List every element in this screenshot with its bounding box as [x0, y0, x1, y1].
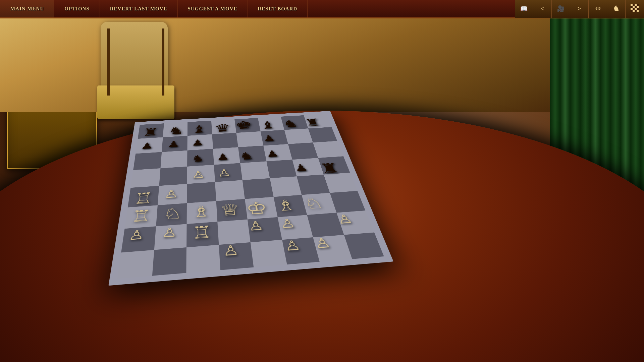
chess-cell[interactable] — [130, 168, 160, 188]
svg-rect-1 — [633, 4, 635, 6]
white-pawn-d5[interactable]: ♙ — [192, 169, 205, 181]
board-grid — [117, 114, 384, 279]
white-queen-d1[interactable]: ♕ — [219, 200, 241, 220]
white-bishop-c1[interactable]: ♗ — [192, 202, 211, 221]
chess-cell[interactable] — [330, 191, 366, 213]
svg-rect-14 — [635, 10, 637, 12]
svg-rect-2 — [635, 4, 637, 6]
chess-cell[interactable] — [215, 180, 245, 201]
chess-cell[interactable] — [266, 160, 297, 178]
black-king-e8[interactable]: ♚ — [234, 118, 253, 132]
camera-button[interactable]: 🎥 — [552, 0, 570, 18]
svg-rect-4 — [631, 6, 633, 8]
prev-button[interactable]: < — [533, 0, 552, 18]
chess-cell[interactable] — [187, 182, 216, 203]
main-menu-button[interactable]: Main Menu — [0, 0, 54, 17]
black-queen-d8[interactable]: ♛ — [214, 122, 231, 135]
svg-rect-13 — [633, 10, 635, 12]
white-pawn-f2[interactable]: ♙ — [248, 218, 264, 234]
chess-cell[interactable] — [159, 167, 187, 186]
book-button[interactable]: 📖 — [515, 0, 533, 18]
white-pawn-g2[interactable]: ♙ — [279, 216, 297, 231]
white-pawn-b2[interactable]: ♙ — [161, 225, 177, 241]
chess-cell[interactable] — [270, 176, 302, 197]
knight-button[interactable]: ♞ — [607, 0, 626, 18]
chess-cell[interactable] — [217, 220, 251, 245]
options-button[interactable]: Options — [54, 0, 100, 17]
svg-rect-7 — [637, 6, 639, 8]
black-pawn-g7[interactable]: ♟ — [262, 133, 276, 143]
white-rook-c2[interactable]: ♖ — [192, 222, 212, 243]
white-rook-a1[interactable]: ♖ — [130, 206, 152, 226]
chess-board[interactable]: ♜ ♞ ♝ ♛ ♚ ♝ ♞ ♜ ♟ ♟ ♟ ♞ ♟ ♞ ♟ ♟ ♟ ♜ ♖ ♘ … — [108, 111, 393, 286]
svg-rect-10 — [635, 8, 637, 10]
chess-cell[interactable] — [186, 245, 220, 273]
black-knight-f4[interactable]: ♞ — [238, 150, 255, 162]
white-king-e1[interactable]: ♔ — [245, 198, 269, 219]
white-pawn-e4[interactable]: ♙ — [217, 167, 231, 179]
reset-board-button[interactable]: Reset Board — [248, 0, 308, 17]
white-rook-a3[interactable]: ♖ — [132, 189, 154, 208]
chess-cell[interactable] — [308, 127, 337, 142]
room-ceiling — [0, 18, 644, 112]
white-pawn-a2[interactable]: ♙ — [127, 227, 145, 243]
toolbar-right-icons: 📖 < 🎥 > 3D ♞ — [515, 0, 644, 17]
chess-cell[interactable] — [240, 161, 270, 180]
svg-rect-8 — [631, 8, 633, 10]
chess-cell[interactable] — [117, 250, 154, 279]
chess-cell[interactable] — [236, 131, 263, 147]
board-pattern-button[interactable] — [626, 0, 644, 18]
svg-rect-11 — [637, 8, 639, 10]
svg-rect-12 — [631, 10, 633, 12]
black-pawn-g5[interactable]: ♟ — [265, 148, 279, 160]
board-icon — [631, 4, 639, 14]
revert-last-move-button[interactable]: Revert Last Move — [100, 0, 178, 17]
white-pawn-c4[interactable]: ♙ — [164, 187, 178, 201]
chess-cell[interactable] — [133, 152, 162, 170]
black-pawn-b7[interactable]: ♟ — [167, 139, 180, 149]
knight-icon: ♞ — [613, 4, 620, 13]
black-bishop-c8[interactable]: ♝ — [191, 123, 207, 135]
book-icon: 📖 — [520, 5, 528, 12]
svg-rect-6 — [635, 6, 637, 8]
furniture-left — [97, 18, 174, 136]
svg-rect-9 — [633, 8, 635, 10]
chess-cell[interactable] — [251, 240, 287, 267]
chess-cell[interactable] — [152, 247, 186, 276]
chess-cell[interactable] — [160, 150, 187, 168]
black-knight-b8[interactable]: ♞ — [168, 124, 184, 137]
black-pawn-e5[interactable]: ♟ — [216, 152, 229, 163]
white-pawn-e1-extra[interactable]: ♙ — [222, 242, 239, 259]
toolbar: Main Menu Options Revert Last Move Sugge… — [0, 0, 644, 18]
svg-rect-0 — [631, 4, 633, 6]
suggest-move-button[interactable]: Suggest a move — [178, 0, 248, 17]
svg-rect-3 — [637, 4, 639, 6]
game-scene: ♜ ♞ ♝ ♛ ♚ ♝ ♞ ♜ ♟ ♟ ♟ ♞ ♟ ♞ ♟ ♟ ♟ ♜ ♖ ♘ … — [0, 18, 644, 362]
next-button[interactable]: > — [570, 0, 589, 18]
3d-button[interactable]: 3D — [589, 0, 607, 18]
svg-rect-15 — [637, 10, 639, 12]
black-pawn-c7[interactable]: ♟ — [192, 137, 204, 148]
white-knight-b1[interactable]: ♘ — [162, 204, 182, 223]
chess-cell[interactable] — [212, 133, 238, 149]
black-rook-a8[interactable]: ♜ — [142, 126, 159, 138]
svg-rect-5 — [633, 6, 635, 8]
chess-cell[interactable] — [313, 141, 343, 158]
black-bishop-f8[interactable]: ♝ — [259, 119, 277, 131]
camera-icon: 🎥 — [557, 5, 565, 12]
white-bishop-f1[interactable]: ♗ — [275, 196, 297, 215]
chess-cell[interactable] — [243, 178, 273, 199]
black-pawn-a7[interactable]: ♟ — [140, 140, 154, 151]
black-knight-d4[interactable]: ♞ — [192, 153, 204, 164]
